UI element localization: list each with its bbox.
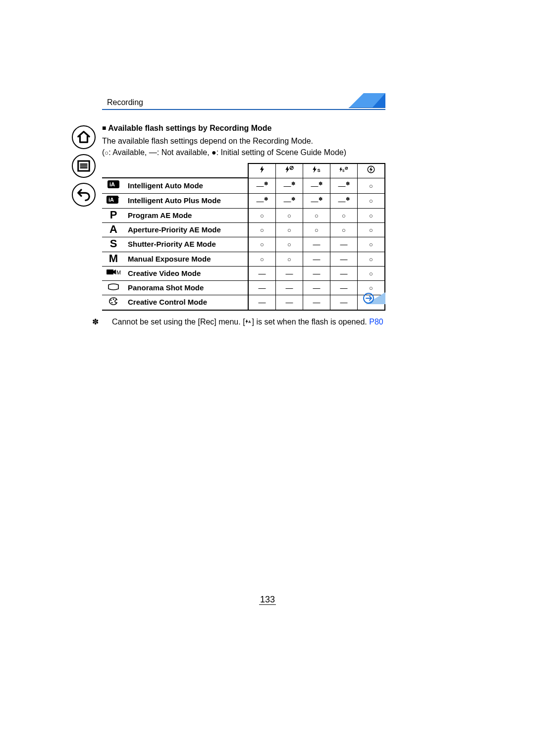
availability-cell: — [248, 266, 276, 280]
nav-back-button[interactable] [72, 183, 96, 207]
availability-cell: —✽ [276, 178, 303, 193]
svg-text:S: S [318, 168, 321, 173]
availability-cell: — [303, 295, 330, 310]
col-forced-off [358, 163, 385, 178]
table-row: MCreative Video Mode————○ [102, 266, 385, 280]
auto-flash-icon: A [245, 318, 252, 326]
mode-name-cell: Aperture-Priority AE Mode [125, 223, 248, 237]
mode-name-cell: Program AE Mode [125, 208, 248, 222]
availability-cell: ○ [248, 237, 276, 252]
availability-cell: —✽ [248, 178, 276, 193]
intro-text: The available flash settings depend on t… [102, 136, 385, 147]
availability-cell: ○ [276, 252, 303, 266]
mode-name-cell: Shutter-Priority AE Mode [125, 237, 248, 252]
availability-cell: ○ [358, 178, 385, 193]
availability-cell: ○ [303, 223, 330, 237]
availability-cell: ○ [358, 193, 385, 208]
table-row: MManual Exposure Mode○○——○ [102, 252, 385, 266]
svg-rect-19 [107, 270, 113, 274]
availability-cell: — [303, 237, 330, 252]
availability-cell: — [276, 280, 303, 295]
availability-cell: — [330, 266, 358, 280]
availability-cell: ○ [248, 208, 276, 222]
legend-text: (○: Available, —: Not available, ●: Init… [102, 147, 385, 158]
section-title: ■ Available flash settings by Recording … [102, 123, 385, 134]
col-forced-flash [248, 163, 276, 178]
table-row: PProgram AE Mode○○○○○ [102, 208, 385, 222]
table-row: AAperture-Priority AE Mode○○○○○ [102, 223, 385, 237]
home-icon [76, 130, 91, 145]
mode-icon-cell: S [102, 237, 125, 252]
page-number: 133 [0, 594, 535, 605]
svg-text:+: + [116, 195, 119, 200]
availability-cell: ○ [276, 237, 303, 252]
availability-cell: — [330, 252, 358, 266]
mode-icon-cell [102, 295, 125, 310]
availability-cell: ○ [276, 208, 303, 222]
table-row: iA+Intelligent Auto Plus Mode—✽—✽—✽—✽○ [102, 193, 385, 208]
availability-cell: ○ [358, 223, 385, 237]
availability-cell: —✽ [330, 178, 358, 193]
nav-home-button[interactable] [72, 125, 96, 149]
mode-icon-cell: M [102, 252, 125, 266]
svg-point-22 [110, 299, 112, 301]
svg-point-24 [113, 298, 114, 300]
col-slow-sync: S [303, 163, 330, 178]
availability-cell: — [330, 237, 358, 252]
availability-cell: — [276, 266, 303, 280]
svg-text:S: S [342, 169, 345, 172]
availability-cell: —✽ [248, 193, 276, 208]
availability-cell: —✽ [303, 178, 330, 193]
mode-icon-cell: iA+ [102, 193, 125, 208]
mode-name-cell: Intelligent Auto Mode [125, 178, 248, 193]
svg-text:iA: iA [108, 197, 114, 203]
nav-toc-button[interactable] [72, 154, 96, 178]
back-icon [76, 187, 91, 202]
footnote: ✽Cannot be set using the [Rec] menu. [A]… [102, 317, 385, 327]
availability-cell: ○ [330, 223, 358, 237]
svg-text:A: A [248, 320, 251, 324]
availability-cell: — [248, 280, 276, 295]
mode-icon-cell: P [102, 208, 125, 222]
flash-slow-sync-icon: S [312, 165, 321, 176]
list-icon [76, 159, 91, 173]
svg-marker-20 [113, 270, 116, 274]
svg-text:iA: iA [109, 181, 115, 187]
svg-text:M: M [116, 270, 121, 275]
flash-forced-icon [257, 165, 267, 176]
mode-name-cell: Creative Control Mode [125, 295, 248, 310]
flash-forced-redeye-icon [284, 165, 294, 176]
mode-name-cell: Creative Video Mode [125, 266, 248, 280]
availability-cell: ○ [303, 208, 330, 222]
mode-name-cell: Panorama Shot Mode [125, 280, 248, 295]
mode-icon-cell: iA [102, 178, 125, 193]
availability-cell: ○ [358, 252, 385, 266]
table-row: iAIntelligent Auto Mode—✽—✽—✽—✽○ [102, 178, 385, 193]
availability-cell: —✽ [303, 193, 330, 208]
availability-cell: ○ [358, 208, 385, 222]
mode-icon-cell [102, 280, 125, 295]
availability-cell: ○ [248, 252, 276, 266]
availability-cell: ○ [248, 223, 276, 237]
header-corner-decoration [349, 93, 385, 108]
svg-point-23 [111, 302, 113, 303]
availability-cell: — [303, 280, 330, 295]
col-slow-sync-redeye: S [330, 163, 358, 178]
availability-cell: — [303, 266, 330, 280]
availability-cell: — [248, 295, 276, 310]
availability-cell: — [303, 252, 330, 266]
mode-name-cell: Intelligent Auto Plus Mode [125, 193, 248, 208]
flash-settings-table: S S iAIntelligent Auto Mode—✽—✽—✽—✽○iA+I… [102, 163, 385, 311]
flash-slow-sync-redeye-icon: S [339, 165, 349, 176]
next-page-button[interactable] [349, 292, 385, 304]
mode-name-cell: Manual Exposure Mode [125, 252, 248, 266]
table-row: Panorama Shot Mode————○ [102, 280, 385, 295]
availability-cell: ○ [358, 237, 385, 252]
availability-cell: —✽ [330, 193, 358, 208]
availability-cell: ○ [358, 266, 385, 280]
table-row: Creative Control Mode————○ [102, 295, 385, 310]
availability-cell: —✽ [276, 193, 303, 208]
footnote-link[interactable]: P80 [369, 318, 383, 326]
flash-off-icon [366, 165, 376, 176]
mode-icon-cell: A [102, 223, 125, 237]
